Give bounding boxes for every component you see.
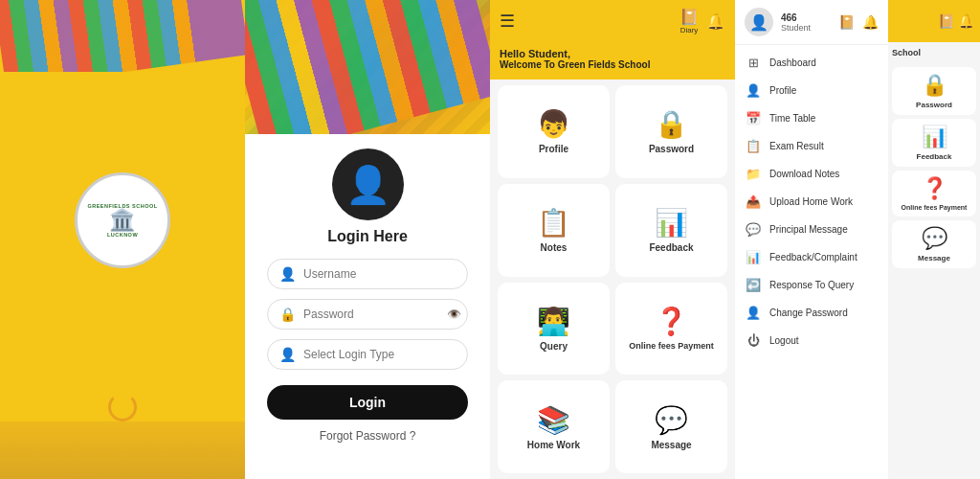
login-panel: 👤 Login Here 👤 🔒 👁️ 👤 Login Forgot Passw… (245, 0, 490, 479)
query-label: Query (540, 341, 568, 352)
feedback-label: Feedback (649, 242, 693, 253)
splash-panel: GREENFIELDS SCHOOL 🏛️ LUCKNOW (0, 0, 245, 479)
strip-fees-icon: ❓ (922, 176, 947, 201)
menu-diary-icon[interactable]: 📔 (838, 14, 855, 30)
dashboard-header: ☰ 📔 Diary 🔔 (490, 0, 735, 42)
message-icon: 💬 (655, 404, 688, 436)
examresult-menu-icon: 📋 (745, 139, 762, 153)
username-field[interactable]: 👤 (267, 259, 468, 289)
eye-icon[interactable]: 👁️ (447, 308, 461, 321)
strip-item-fees[interactable]: ❓ Online fees Payment (892, 171, 976, 217)
menu-item-changepassword[interactable]: 👤 Change Password (735, 299, 888, 327)
logout-menu-icon: ⏻ (745, 333, 762, 348)
hamburger-icon[interactable]: ☰ (500, 11, 515, 32)
school-logo: GREENFIELDS SCHOOL 🏛️ LUCKNOW (75, 172, 170, 268)
lock-icon: 🔒 (279, 307, 296, 322)
menu-user-role: Student (781, 23, 811, 33)
principalmsg-menu-icon: 💬 (745, 222, 762, 237)
downloadnotes-menu-label: Download Notes (769, 169, 839, 179)
strip-item-message[interactable]: 💬 Message (892, 220, 976, 268)
grid-item-query[interactable]: 👨‍💻 Query (498, 283, 610, 376)
grid-item-message[interactable]: 💬 Message (615, 380, 727, 473)
strip-feedback-label: Feedback (917, 152, 952, 161)
menu-item-timetable[interactable]: 📅 Time Table (735, 104, 888, 132)
password-field[interactable]: 🔒 👁️ (267, 299, 468, 330)
menu-item-logout[interactable]: ⏻ Logout (735, 327, 888, 354)
menu-item-responsequery[interactable]: ↩️ Response To Query (735, 271, 888, 299)
menu-user-info: 466 Student (781, 12, 811, 33)
menu-header: 👤 466 Student 📔 🔔 (735, 0, 888, 45)
fees-icon: ❓ (655, 306, 688, 337)
user-icon: 👤 (279, 266, 296, 282)
grid-item-feedback[interactable]: 📊 Feedback (615, 184, 727, 277)
examresult-menu-label: Exam Result (769, 141, 824, 151)
menu-panel: 👤 466 Student 📔 🔔 ⊞ Dashboard 👤 Profile … (735, 0, 888, 479)
menu-notification-icon[interactable]: 🔔 (862, 14, 879, 30)
strip-message-icon: 💬 (922, 226, 947, 251)
diary-label: Diary (680, 26, 699, 34)
menu-item-downloadnotes[interactable]: 📁 Download Notes (735, 160, 888, 188)
uploadhomework-menu-label: Upload Home Work (769, 196, 853, 207)
query-icon: 👨‍💻 (537, 306, 570, 337)
menu-item-dashboard[interactable]: ⊞ Dashboard (735, 49, 888, 77)
menu-person-icon: 👤 (749, 13, 768, 32)
menu-item-principalmsg[interactable]: 💬 Principal Message (735, 216, 888, 243)
diary-icon-wrap[interactable]: 📔 Diary (679, 8, 699, 34)
feedback-menu-label: Feedback/Complaint (769, 252, 858, 262)
strip-password-label: Password (916, 101, 952, 109)
bottom-decoration (0, 422, 245, 479)
strip-message-label: Message (918, 254, 950, 262)
pencils-decoration (0, 0, 245, 72)
profile-menu-icon: 👤 (745, 83, 762, 98)
login-type-input[interactable] (303, 348, 456, 361)
menu-item-feedback[interactable]: 📊 Feedback/Complaint (735, 243, 888, 271)
homework-label: Home Work (527, 440, 580, 450)
menu-panel-container: 👤 466 Student 📔 🔔 ⊞ Dashboard 👤 Profile … (735, 0, 980, 479)
fees-label: Online fees Payment (629, 341, 714, 351)
notes-icon: 📋 (537, 207, 570, 239)
login-header-image (245, 0, 490, 134)
right-strip-header: 📔 🔔 (888, 0, 980, 42)
logout-menu-label: Logout (769, 335, 799, 346)
timetable-menu-icon: 📅 (745, 111, 762, 125)
feedback-icon: 📊 (655, 207, 688, 239)
school-label: School (888, 42, 980, 63)
grid-item-password[interactable]: 🔒 Password (615, 85, 727, 178)
person-icon: 👤 (345, 164, 390, 206)
grid-item-profile[interactable]: 👦 Profile (498, 85, 610, 178)
dashboard-panel: ☰ 📔 Diary 🔔 Hello Student, Welcome To Gr… (490, 0, 735, 479)
welcome-line2: Welcome To Green Fields School (500, 59, 725, 70)
avatar: 👤 (332, 148, 404, 220)
right-strip-panel: 📔 🔔 School 🔒 Password 📊 Feedback ❓ Onlin… (888, 0, 980, 479)
login-type-field[interactable]: 👤 (267, 339, 468, 370)
notification-icon[interactable]: 🔔 (706, 12, 725, 31)
forgot-password-link[interactable]: Forgot Password ? (320, 429, 416, 443)
uploadhomework-menu-icon: 📤 (745, 194, 762, 209)
notes-label: Notes (541, 242, 568, 253)
homework-icon: 📚 (537, 404, 570, 436)
strip-feedback-icon: 📊 (922, 125, 947, 149)
header-icons: 📔 Diary 🔔 (679, 8, 725, 34)
grid-item-homework[interactable]: 📚 Home Work (498, 380, 610, 473)
changepassword-menu-icon: 👤 (745, 306, 762, 320)
password-input[interactable] (303, 308, 447, 321)
strip-items-list: 🔒 Password 📊 Feedback ❓ Online fees Paym… (888, 63, 980, 479)
menu-item-uploadhomework[interactable]: 📤 Upload Home Work (735, 188, 888, 216)
strip-password-icon: 🔒 (922, 73, 947, 98)
dashboard-menu-label: Dashboard (769, 57, 816, 68)
username-input[interactable] (303, 267, 456, 281)
password-label: Password (649, 144, 694, 154)
welcome-banner: Hello Student, Welcome To Green Fields S… (490, 42, 735, 80)
responsequery-menu-icon: ↩️ (745, 278, 762, 292)
menu-item-examresult[interactable]: 📋 Exam Result (735, 132, 888, 160)
menu-item-profile[interactable]: 👤 Profile (735, 77, 888, 104)
strip-fees-label: Online fees Payment (902, 204, 968, 211)
dashboard-menu-icon: ⊞ (745, 56, 762, 70)
welcome-line1: Hello Student, (500, 48, 725, 59)
strip-item-feedback[interactable]: 📊 Feedback (892, 119, 976, 167)
strip-item-password[interactable]: 🔒 Password (892, 67, 976, 115)
grid-item-notes[interactable]: 📋 Notes (498, 184, 610, 277)
login-button[interactable]: Login (267, 385, 468, 420)
grid-item-fees[interactable]: ❓ Online fees Payment (615, 283, 727, 376)
loading-spinner (108, 393, 137, 422)
